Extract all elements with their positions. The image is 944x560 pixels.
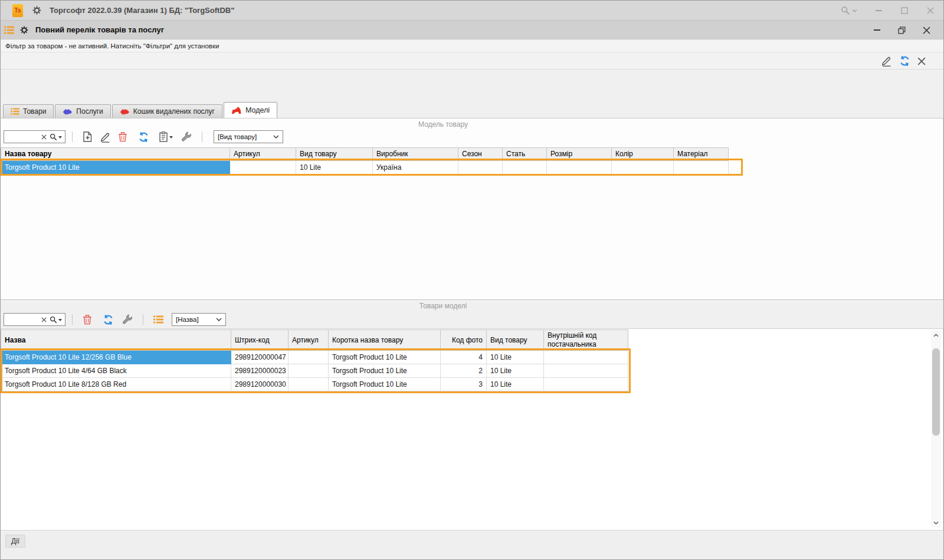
table-cell[interactable] <box>544 378 628 391</box>
column-header[interactable]: Розмір <box>547 148 612 161</box>
table-cell[interactable]: 10 Lite <box>487 378 544 391</box>
table-cell[interactable]: Україна <box>373 161 458 174</box>
table-cell[interactable] <box>289 378 329 391</box>
table-cell[interactable]: 2989120000023 <box>231 364 289 378</box>
tab-models[interactable]: Моделі <box>224 102 277 118</box>
column-header[interactable]: Внутрішній код постачальника <box>544 330 628 351</box>
table-cell[interactable] <box>289 351 329 364</box>
column-header[interactable]: Штрих-код <box>231 330 289 351</box>
column-header[interactable]: Виробник <box>373 148 458 161</box>
restore-button[interactable] <box>889 21 914 39</box>
refresh-icon[interactable] <box>138 131 149 143</box>
actions-button[interactable]: Дії <box>5 535 25 548</box>
delete-record-icon[interactable] <box>118 131 127 142</box>
table-cell[interactable]: Torgsoft Product 10 Lite <box>329 351 441 364</box>
column-header[interactable]: Сезон <box>458 148 503 161</box>
items-section-header: Товари моделі <box>1 301 943 328</box>
sort-filter-dropdown[interactable]: [Назва] <box>172 313 226 326</box>
column-header[interactable]: Артикул <box>230 148 296 161</box>
table-row[interactable]: Torgsoft Product 10 Lite10 LiteУкраїна <box>1 161 729 174</box>
table-cell[interactable] <box>547 161 612 174</box>
table-cell[interactable]: Torgsoft Product 10 Lite <box>329 378 441 391</box>
clear-search-icon[interactable] <box>41 317 47 322</box>
items-toolbar: [Назва] <box>1 311 226 328</box>
table-cell[interactable] <box>458 161 503 174</box>
table-row[interactable]: Torgsoft Product 10 Lite 8/128 GB Red298… <box>1 378 628 391</box>
edit-record-icon[interactable] <box>100 131 111 143</box>
close-button[interactable] <box>914 21 939 39</box>
table-cell[interactable]: Torgsoft Product 10 Lite <box>1 161 230 174</box>
report-clipboard-icon[interactable] <box>159 131 173 142</box>
models-table: Назва товаруАртикулВид товаруВиробникСез… <box>1 147 729 174</box>
maximize-button[interactable] <box>891 1 917 21</box>
table-cell[interactable]: 10 Lite <box>487 364 544 378</box>
table-cell[interactable]: 10 Lite <box>296 161 373 174</box>
column-header[interactable]: Коротка назва товару <box>329 330 441 351</box>
column-header[interactable]: Назва <box>1 330 231 351</box>
table-cell[interactable]: 10 Lite <box>487 351 544 364</box>
column-header[interactable]: Матеріал <box>674 148 729 161</box>
handshake-blue-icon <box>63 108 73 116</box>
table-cell[interactable] <box>230 161 296 174</box>
app-window: Ts Торгсофт 2022.0.39 (Магазин 1) БД: "T… <box>0 0 944 560</box>
list-menu-icon[interactable] <box>4 26 14 34</box>
model-search-input[interactable] <box>4 131 41 142</box>
table-cell[interactable] <box>503 161 547 174</box>
table-cell[interactable] <box>674 161 729 174</box>
tab-label: Кошик видалених послуг <box>133 107 215 116</box>
chevron-down-icon <box>216 318 222 321</box>
column-header[interactable]: Колір <box>612 148 674 161</box>
document-title: Повний перелік товарів та послуг <box>35 25 164 34</box>
table-cell[interactable]: 4 <box>441 351 487 364</box>
clear-search-icon[interactable] <box>41 134 47 140</box>
items-search-input[interactable] <box>4 314 41 325</box>
column-header[interactable]: Артикул <box>289 330 329 351</box>
table-cell[interactable] <box>544 364 628 378</box>
delete-record-icon[interactable] <box>83 314 92 325</box>
refresh-icon[interactable] <box>103 314 114 325</box>
table-cell[interactable]: 2989120000047 <box>231 351 289 364</box>
vertical-scrollbar[interactable] <box>931 331 941 528</box>
column-header[interactable]: Назва товару <box>1 148 230 161</box>
scroll-up-icon[interactable] <box>931 331 941 340</box>
table-cell[interactable]: Torgsoft Product 10 Lite 12/256 GB Blue <box>1 351 231 364</box>
table-cell[interactable] <box>612 161 674 174</box>
minimize-button[interactable] <box>864 21 889 39</box>
table-cell[interactable]: 2989120000030 <box>231 378 289 391</box>
table-cell[interactable]: Torgsoft Product 10 Lite 4/64 GB Black <box>1 364 231 378</box>
search-icon[interactable] <box>50 133 62 141</box>
edit-filter-icon[interactable] <box>881 55 892 67</box>
tab-services[interactable]: Послуги <box>55 104 110 118</box>
tab-goods[interactable]: Товари <box>3 104 54 118</box>
minimize-button[interactable] <box>866 1 891 21</box>
column-header[interactable]: Вид товару <box>296 148 373 161</box>
table-row[interactable]: Torgsoft Product 10 Lite 4/64 GB Black29… <box>1 364 628 378</box>
table-cell[interactable]: 3 <box>441 378 487 391</box>
table-cell[interactable]: Torgsoft Product 10 Lite 8/128 GB Red <box>1 378 231 391</box>
settings-wrench-icon[interactable] <box>122 314 133 325</box>
add-record-icon[interactable] <box>83 131 93 142</box>
close-panel-icon[interactable] <box>917 57 926 65</box>
scrollbar-thumb[interactable] <box>932 348 940 436</box>
tab-label: Товари <box>23 107 46 116</box>
column-header[interactable]: Стать <box>503 148 547 161</box>
tab-deleted-services[interactable]: Кошик видалених послуг <box>112 104 222 118</box>
search-icon[interactable] <box>832 1 866 21</box>
list-columns-icon[interactable] <box>153 315 163 324</box>
table-row[interactable]: Torgsoft Product 10 Lite 12/256 GB Blue2… <box>1 351 628 364</box>
table-cell[interactable] <box>289 364 329 378</box>
settings-wrench-icon[interactable] <box>181 131 192 142</box>
model-search-box <box>4 130 65 143</box>
table-cell[interactable]: Torgsoft Product 10 Lite <box>329 364 441 378</box>
window-controls <box>832 1 943 21</box>
table-cell[interactable] <box>544 351 628 364</box>
model-panel: Модель товару <box>1 118 943 299</box>
scroll-down-icon[interactable] <box>931 518 941 528</box>
close-button[interactable] <box>917 1 943 21</box>
refresh-icon[interactable] <box>899 55 910 67</box>
type-filter-dropdown[interactable]: [Вид товару] <box>214 130 283 143</box>
search-icon[interactable] <box>50 316 62 324</box>
column-header[interactable]: Код фото <box>441 330 487 351</box>
table-cell[interactable]: 2 <box>441 364 487 378</box>
column-header[interactable]: Вид товару <box>487 330 544 351</box>
